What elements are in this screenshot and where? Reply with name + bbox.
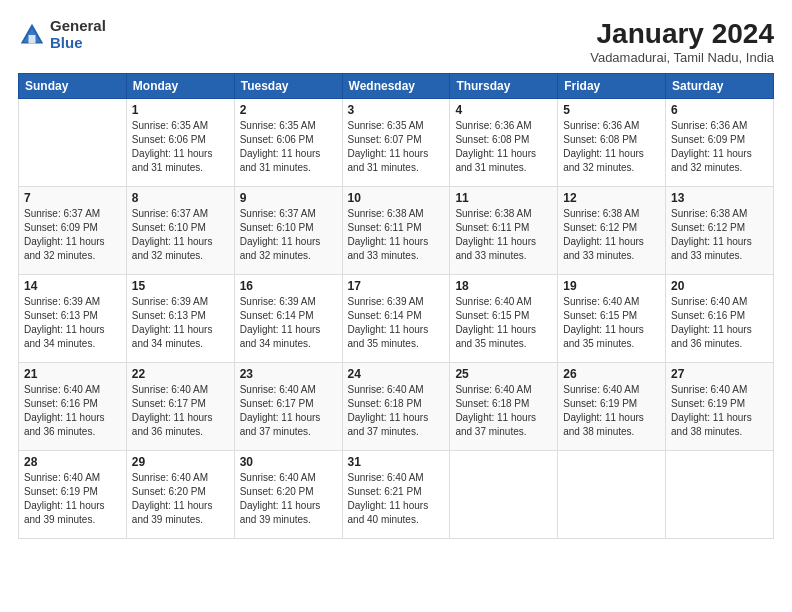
day-number: 10 bbox=[348, 191, 445, 205]
cell-info: Sunrise: 6:40 AMSunset: 6:19 PMDaylight:… bbox=[24, 471, 121, 527]
day-number: 20 bbox=[671, 279, 768, 293]
day-header-saturday: Saturday bbox=[666, 74, 774, 99]
day-number: 30 bbox=[240, 455, 337, 469]
cell-info: Sunrise: 6:35 AMSunset: 6:06 PMDaylight:… bbox=[240, 119, 337, 175]
cell-info: Sunrise: 6:40 AMSunset: 6:18 PMDaylight:… bbox=[455, 383, 552, 439]
calendar-cell: 16Sunrise: 6:39 AMSunset: 6:14 PMDayligh… bbox=[234, 275, 342, 363]
cell-info: Sunrise: 6:40 AMSunset: 6:15 PMDaylight:… bbox=[563, 295, 660, 351]
calendar-cell: 22Sunrise: 6:40 AMSunset: 6:17 PMDayligh… bbox=[126, 363, 234, 451]
day-number: 31 bbox=[348, 455, 445, 469]
day-number: 21 bbox=[24, 367, 121, 381]
day-number: 19 bbox=[563, 279, 660, 293]
calendar-cell: 25Sunrise: 6:40 AMSunset: 6:18 PMDayligh… bbox=[450, 363, 558, 451]
cell-info: Sunrise: 6:40 AMSunset: 6:16 PMDaylight:… bbox=[24, 383, 121, 439]
calendar-cell: 6Sunrise: 6:36 AMSunset: 6:09 PMDaylight… bbox=[666, 99, 774, 187]
calendar-cell bbox=[666, 451, 774, 539]
cell-info: Sunrise: 6:39 AMSunset: 6:14 PMDaylight:… bbox=[240, 295, 337, 351]
calendar-cell: 30Sunrise: 6:40 AMSunset: 6:20 PMDayligh… bbox=[234, 451, 342, 539]
subtitle: Vadamadurai, Tamil Nadu, India bbox=[590, 50, 774, 65]
cell-info: Sunrise: 6:40 AMSunset: 6:17 PMDaylight:… bbox=[132, 383, 229, 439]
calendar-header-row: SundayMondayTuesdayWednesdayThursdayFrid… bbox=[19, 74, 774, 99]
day-number: 24 bbox=[348, 367, 445, 381]
week-row-0: 1Sunrise: 6:35 AMSunset: 6:06 PMDaylight… bbox=[19, 99, 774, 187]
calendar-cell: 17Sunrise: 6:39 AMSunset: 6:14 PMDayligh… bbox=[342, 275, 450, 363]
day-number: 12 bbox=[563, 191, 660, 205]
calendar-cell: 9Sunrise: 6:37 AMSunset: 6:10 PMDaylight… bbox=[234, 187, 342, 275]
day-number: 18 bbox=[455, 279, 552, 293]
week-row-2: 14Sunrise: 6:39 AMSunset: 6:13 PMDayligh… bbox=[19, 275, 774, 363]
cell-info: Sunrise: 6:39 AMSunset: 6:14 PMDaylight:… bbox=[348, 295, 445, 351]
day-header-wednesday: Wednesday bbox=[342, 74, 450, 99]
calendar-cell: 21Sunrise: 6:40 AMSunset: 6:16 PMDayligh… bbox=[19, 363, 127, 451]
cell-info: Sunrise: 6:40 AMSunset: 6:20 PMDaylight:… bbox=[240, 471, 337, 527]
cell-info: Sunrise: 6:38 AMSunset: 6:12 PMDaylight:… bbox=[563, 207, 660, 263]
calendar-cell: 4Sunrise: 6:36 AMSunset: 6:08 PMDaylight… bbox=[450, 99, 558, 187]
calendar-cell bbox=[450, 451, 558, 539]
title-section: January 2024 Vadamadurai, Tamil Nadu, In… bbox=[590, 18, 774, 65]
cell-info: Sunrise: 6:40 AMSunset: 6:21 PMDaylight:… bbox=[348, 471, 445, 527]
cell-info: Sunrise: 6:39 AMSunset: 6:13 PMDaylight:… bbox=[132, 295, 229, 351]
cell-info: Sunrise: 6:40 AMSunset: 6:16 PMDaylight:… bbox=[671, 295, 768, 351]
day-number: 9 bbox=[240, 191, 337, 205]
calendar-cell bbox=[19, 99, 127, 187]
day-header-monday: Monday bbox=[126, 74, 234, 99]
day-header-thursday: Thursday bbox=[450, 74, 558, 99]
calendar-cell: 19Sunrise: 6:40 AMSunset: 6:15 PMDayligh… bbox=[558, 275, 666, 363]
day-number: 2 bbox=[240, 103, 337, 117]
calendar-cell: 31Sunrise: 6:40 AMSunset: 6:21 PMDayligh… bbox=[342, 451, 450, 539]
calendar-cell: 8Sunrise: 6:37 AMSunset: 6:10 PMDaylight… bbox=[126, 187, 234, 275]
calendar-cell: 10Sunrise: 6:38 AMSunset: 6:11 PMDayligh… bbox=[342, 187, 450, 275]
calendar-cell: 24Sunrise: 6:40 AMSunset: 6:18 PMDayligh… bbox=[342, 363, 450, 451]
main-title: January 2024 bbox=[590, 18, 774, 50]
week-row-3: 21Sunrise: 6:40 AMSunset: 6:16 PMDayligh… bbox=[19, 363, 774, 451]
day-number: 16 bbox=[240, 279, 337, 293]
day-number: 15 bbox=[132, 279, 229, 293]
day-header-sunday: Sunday bbox=[19, 74, 127, 99]
calendar-cell: 28Sunrise: 6:40 AMSunset: 6:19 PMDayligh… bbox=[19, 451, 127, 539]
cell-info: Sunrise: 6:40 AMSunset: 6:17 PMDaylight:… bbox=[240, 383, 337, 439]
day-number: 25 bbox=[455, 367, 552, 381]
header: General Blue January 2024 Vadamadurai, T… bbox=[18, 18, 774, 65]
cell-info: Sunrise: 6:40 AMSunset: 6:18 PMDaylight:… bbox=[348, 383, 445, 439]
day-number: 27 bbox=[671, 367, 768, 381]
week-row-4: 28Sunrise: 6:40 AMSunset: 6:19 PMDayligh… bbox=[19, 451, 774, 539]
day-number: 7 bbox=[24, 191, 121, 205]
day-header-friday: Friday bbox=[558, 74, 666, 99]
day-number: 28 bbox=[24, 455, 121, 469]
calendar-cell: 26Sunrise: 6:40 AMSunset: 6:19 PMDayligh… bbox=[558, 363, 666, 451]
cell-info: Sunrise: 6:40 AMSunset: 6:15 PMDaylight:… bbox=[455, 295, 552, 351]
week-row-1: 7Sunrise: 6:37 AMSunset: 6:09 PMDaylight… bbox=[19, 187, 774, 275]
day-number: 14 bbox=[24, 279, 121, 293]
day-number: 13 bbox=[671, 191, 768, 205]
day-number: 29 bbox=[132, 455, 229, 469]
calendar-cell: 7Sunrise: 6:37 AMSunset: 6:09 PMDaylight… bbox=[19, 187, 127, 275]
cell-info: Sunrise: 6:36 AMSunset: 6:08 PMDaylight:… bbox=[563, 119, 660, 175]
calendar-cell: 5Sunrise: 6:36 AMSunset: 6:08 PMDaylight… bbox=[558, 99, 666, 187]
page: General Blue January 2024 Vadamadurai, T… bbox=[0, 0, 792, 612]
day-number: 8 bbox=[132, 191, 229, 205]
logo-icon bbox=[18, 21, 46, 49]
cell-info: Sunrise: 6:37 AMSunset: 6:09 PMDaylight:… bbox=[24, 207, 121, 263]
cell-info: Sunrise: 6:37 AMSunset: 6:10 PMDaylight:… bbox=[240, 207, 337, 263]
cell-info: Sunrise: 6:35 AMSunset: 6:07 PMDaylight:… bbox=[348, 119, 445, 175]
calendar-cell: 1Sunrise: 6:35 AMSunset: 6:06 PMDaylight… bbox=[126, 99, 234, 187]
calendar-cell: 13Sunrise: 6:38 AMSunset: 6:12 PMDayligh… bbox=[666, 187, 774, 275]
cell-info: Sunrise: 6:37 AMSunset: 6:10 PMDaylight:… bbox=[132, 207, 229, 263]
cell-info: Sunrise: 6:38 AMSunset: 6:11 PMDaylight:… bbox=[455, 207, 552, 263]
calendar-cell: 29Sunrise: 6:40 AMSunset: 6:20 PMDayligh… bbox=[126, 451, 234, 539]
day-number: 22 bbox=[132, 367, 229, 381]
cell-info: Sunrise: 6:35 AMSunset: 6:06 PMDaylight:… bbox=[132, 119, 229, 175]
calendar-cell: 27Sunrise: 6:40 AMSunset: 6:19 PMDayligh… bbox=[666, 363, 774, 451]
logo: General Blue bbox=[18, 18, 106, 51]
day-number: 17 bbox=[348, 279, 445, 293]
calendar-cell: 3Sunrise: 6:35 AMSunset: 6:07 PMDaylight… bbox=[342, 99, 450, 187]
cell-info: Sunrise: 6:38 AMSunset: 6:11 PMDaylight:… bbox=[348, 207, 445, 263]
cell-info: Sunrise: 6:40 AMSunset: 6:20 PMDaylight:… bbox=[132, 471, 229, 527]
calendar-cell: 20Sunrise: 6:40 AMSunset: 6:16 PMDayligh… bbox=[666, 275, 774, 363]
cell-info: Sunrise: 6:39 AMSunset: 6:13 PMDaylight:… bbox=[24, 295, 121, 351]
calendar-cell: 23Sunrise: 6:40 AMSunset: 6:17 PMDayligh… bbox=[234, 363, 342, 451]
day-number: 3 bbox=[348, 103, 445, 117]
cell-info: Sunrise: 6:36 AMSunset: 6:08 PMDaylight:… bbox=[455, 119, 552, 175]
day-number: 26 bbox=[563, 367, 660, 381]
calendar-table: SundayMondayTuesdayWednesdayThursdayFrid… bbox=[18, 73, 774, 539]
